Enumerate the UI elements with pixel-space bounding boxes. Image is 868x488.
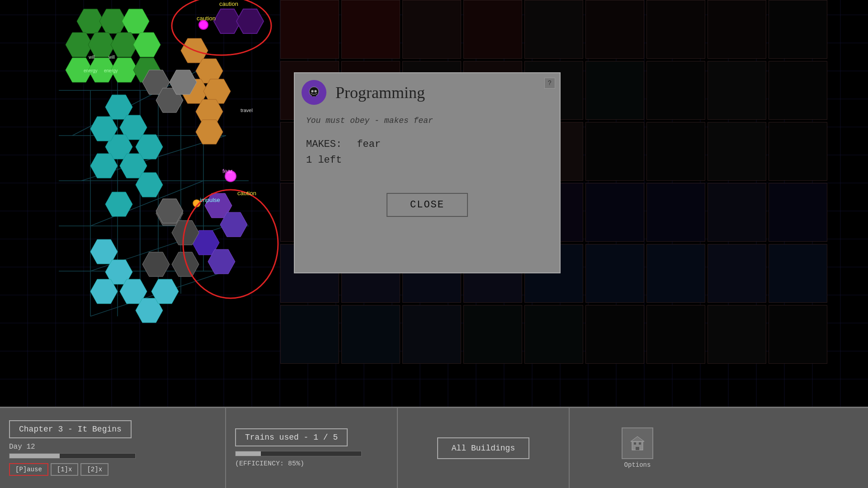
svg-rect-86 — [636, 447, 639, 450]
dialog-makes-value: fear — [357, 139, 381, 150]
svg-point-77 — [309, 87, 319, 96]
trains-section: Trains used - 1 / 5 (EFFICIENCY: 85%) — [226, 408, 398, 488]
programming-dialog: Programming ? You must obey - makes fear… — [294, 72, 561, 273]
svg-rect-84 — [634, 442, 636, 445]
speed2-button[interactable]: [2]x — [80, 463, 108, 476]
dialog-makes-row: MAKES: fear — [306, 139, 548, 150]
dialog-help-button[interactable]: ? — [544, 78, 555, 89]
options-section: Options — [570, 408, 705, 488]
day-label: Day 12 — [9, 443, 216, 451]
pause-button[interactable]: [P]ause — [9, 463, 48, 476]
bottom-bar: Chapter 3 - It Begins Day 12 [P]ause [1]… — [0, 407, 868, 488]
svg-point-79 — [314, 90, 316, 92]
dialog-description: You must obey - makes fear — [306, 116, 548, 125]
dialog-title: Programming — [335, 83, 425, 102]
chapter-section: Chapter 3 - It Begins Day 12 [P]ause [1]… — [0, 408, 226, 488]
dialog-header: Programming ? — [295, 73, 560, 109]
svg-rect-85 — [639, 442, 641, 445]
speed1-button[interactable]: [1]x — [51, 463, 79, 476]
dialog-icon — [302, 80, 326, 105]
trains-progress-bar — [235, 451, 362, 456]
svg-rect-81 — [315, 95, 316, 97]
svg-marker-87 — [631, 436, 644, 441]
all-buildings-button[interactable]: All Buildings — [437, 437, 529, 459]
trains-progress-fill — [236, 451, 261, 456]
trains-button[interactable]: Trains used - 1 / 5 — [235, 428, 348, 446]
svg-rect-82 — [313, 95, 315, 97]
options-label: Options — [624, 461, 651, 469]
buildings-section: All Buildings — [398, 408, 570, 488]
efficiency-label: (EFFICIENCY: 85%) — [235, 460, 388, 468]
chapter-button[interactable]: Chapter 3 - It Begins — [9, 420, 132, 438]
options-icon-button[interactable] — [622, 427, 653, 459]
control-buttons: [P]ause [1]x [2]x — [9, 463, 216, 476]
game-map: caution caution travel fear impulse caut… — [0, 0, 868, 407]
svg-point-78 — [311, 90, 313, 92]
svg-rect-80 — [312, 95, 313, 97]
close-button[interactable]: CLOSE — [387, 193, 468, 217]
dialog-left-count: 1 left — [306, 155, 548, 166]
day-progress-fill — [9, 454, 60, 458]
day-progress-bar — [9, 453, 136, 459]
dialog-makes-label: MAKES: — [306, 139, 342, 150]
dialog-body: You must obey - makes fear MAKES: fear 1… — [295, 109, 560, 224]
